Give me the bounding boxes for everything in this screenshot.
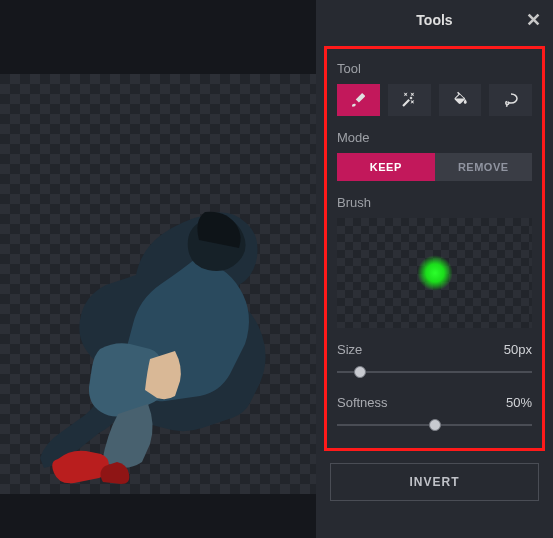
- softness-row: Softness 50%: [337, 395, 532, 410]
- tools-panel: Tools ✕ Tool Mode KEEP REMOVE Brush: [316, 0, 553, 538]
- tool-label: Tool: [337, 61, 532, 76]
- panel-header: Tools ✕: [316, 0, 553, 40]
- highlighted-section: Tool Mode KEEP REMOVE Brush Size: [324, 46, 545, 451]
- bucket-tool-button[interactable]: [439, 84, 482, 116]
- size-row: Size 50px: [337, 342, 532, 357]
- brush-cursor-preview: [417, 255, 453, 291]
- size-label: Size: [337, 342, 362, 357]
- slider-thumb[interactable]: [429, 419, 441, 431]
- canvas-area[interactable]: [0, 0, 316, 538]
- invert-button[interactable]: INVERT: [330, 463, 539, 501]
- mode-label: Mode: [337, 130, 532, 145]
- transparency-checker: [0, 74, 316, 494]
- bucket-icon: [451, 91, 469, 109]
- brush-icon: [349, 91, 367, 109]
- tool-row: [337, 84, 532, 116]
- lasso-tool-button[interactable]: [489, 84, 532, 116]
- mode-keep-button[interactable]: KEEP: [337, 153, 435, 181]
- mode-remove-button[interactable]: REMOVE: [435, 153, 533, 181]
- slider-thumb[interactable]: [354, 366, 366, 378]
- close-icon[interactable]: ✕: [526, 9, 541, 31]
- panel-title: Tools: [416, 12, 452, 28]
- wand-icon: [400, 91, 418, 109]
- brush-label: Brush: [337, 195, 532, 210]
- cutout-subject: [40, 204, 300, 484]
- softness-value: 50%: [506, 395, 532, 410]
- softness-label: Softness: [337, 395, 388, 410]
- wand-tool-button[interactable]: [388, 84, 431, 116]
- lasso-icon: [502, 91, 520, 109]
- size-value: 50px: [504, 342, 532, 357]
- size-slider[interactable]: [337, 363, 532, 381]
- brush-preview: [337, 218, 532, 328]
- brush-tool-button[interactable]: [337, 84, 380, 116]
- mode-row: KEEP REMOVE: [337, 153, 532, 181]
- softness-slider[interactable]: [337, 416, 532, 434]
